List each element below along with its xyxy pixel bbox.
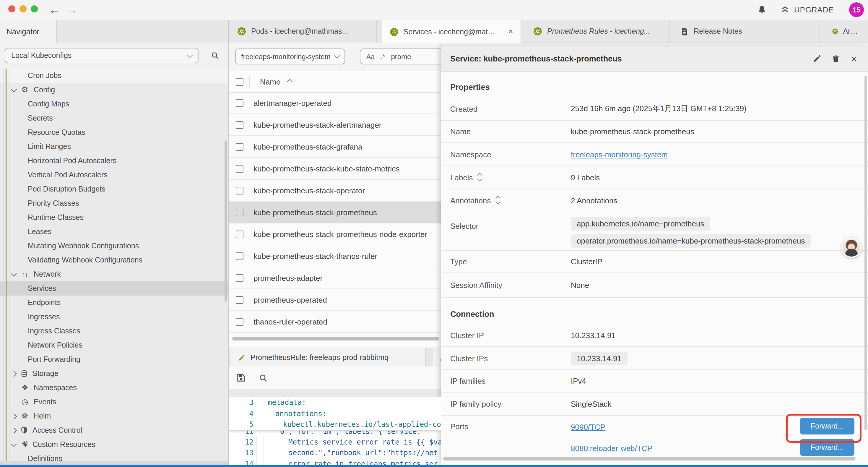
sidebar-item-vertical-pod-autoscalers[interactable]: Vertical Pod Autoscalers — [0, 168, 228, 182]
sidebar-item-services[interactable]: Services — [0, 282, 228, 296]
table-row[interactable]: alertmanager-operated — [229, 92, 441, 114]
table-row[interactable]: kube-prometheus-stack-thanos-ruler — [229, 245, 441, 267]
table-row[interactable]: kube-prometheus-stack-kube-state-metrics — [229, 158, 441, 180]
highlight-annotation-box — [786, 414, 862, 443]
cluster-ip-chip[interactable]: 10.233.14.91 — [571, 351, 627, 365]
user-avatar[interactable] — [841, 238, 862, 258]
tree-indent-guide — [5, 68, 6, 461]
traffic-light-close[interactable] — [8, 5, 16, 12]
port-link-9090[interactable]: 9090/TCP — [571, 422, 606, 431]
row-checkbox[interactable] — [236, 143, 243, 150]
sidebar-item-mutating-webhook-configurations[interactable]: Mutating Webhook Configurations — [0, 239, 228, 253]
sidebar-group-custom-resources[interactable]: Custom Resources — [0, 437, 228, 451]
delete-trash-icon[interactable] — [832, 54, 840, 63]
table-row[interactable]: thanos-ruler-operated — [229, 311, 441, 333]
sidebar-item-endpoints[interactable]: Endpoints — [0, 296, 228, 310]
row-checkbox[interactable] — [236, 252, 243, 260]
table-row[interactable]: kube-prometheus-stack-prometheus-node-ex… — [229, 224, 441, 245]
regex-toggle[interactable]: .* — [380, 53, 385, 60]
table-horizontal-scrollbar[interactable] — [232, 337, 439, 341]
sidebar-item-ingress-classes[interactable]: Ingress Classes — [0, 324, 228, 338]
table-row[interactable]: kube-prometheus-stack-grafana — [229, 136, 441, 158]
sidebar-hscrollbar-track[interactable] — [0, 461, 228, 465]
sidebar-group-network[interactable]: ↑↓Network — [0, 267, 228, 282]
forward-icon[interactable]: → — [65, 2, 79, 18]
tab-prometheus-rules[interactable]: Prometheus Rules - icecheng... — [526, 20, 670, 42]
sidebar-scrollbar[interactable] — [224, 141, 227, 301]
sidebar-item-secrets[interactable]: Secrets — [0, 111, 228, 125]
edit-pencil-icon[interactable] — [813, 54, 822, 63]
table-row-selected[interactable]: kube-prometheus-stack-prometheus — [229, 202, 441, 224]
tab-argo[interactable]: Argo Se — [825, 20, 868, 42]
sidebar-item-config-maps[interactable]: Config Maps — [0, 97, 228, 111]
close-drawer-icon[interactable]: ✕ — [850, 54, 857, 63]
row-checkbox[interactable] — [236, 99, 243, 107]
navigator-panel-tab[interactable]: Navigator — [0, 20, 57, 43]
row-checkbox[interactable] — [236, 186, 243, 194]
row-checkbox[interactable] — [236, 208, 243, 216]
row-checkbox[interactable] — [236, 274, 243, 282]
sidebar-item-pod-disruption-budgets[interactable]: Pod Disruption Budgets — [0, 182, 228, 196]
tab-services[interactable]: Services - icecheng@math... ✕ — [382, 20, 521, 43]
selector-chip[interactable]: app.kubernetes.io/name=prometheus — [571, 217, 710, 231]
traffic-light-zoom[interactable] — [31, 5, 38, 12]
close-tab-icon[interactable]: ✕ — [502, 28, 514, 35]
sidebar-item-network-policies[interactable]: Network Policies — [0, 338, 228, 352]
dock-tab-partial[interactable] — [433, 348, 441, 367]
column-header-name[interactable]: Name — [260, 77, 280, 86]
selector-chip[interactable]: operator.prometheus.io/name=kube-prometh… — [571, 234, 811, 248]
table-row[interactable]: kube-prometheus-stack-alertmanager — [229, 114, 441, 136]
back-icon[interactable]: ← — [47, 2, 61, 18]
dock-tab-prometheusrule[interactable]: PrometheusRule: freeleaps-prod-rabbitmq — [230, 348, 426, 367]
sidebar-item-port-forwarding[interactable]: Port Forwarding — [0, 352, 228, 367]
tab-release-notes[interactable]: Release Notes — [673, 20, 820, 42]
port-link-8080[interactable]: 8080:reloader-web/TCP — [571, 444, 652, 453]
expand-toggle-icon[interactable] — [496, 197, 499, 204]
row-checkbox[interactable] — [236, 165, 243, 172]
table-row[interactable]: prometheus-operated — [229, 289, 441, 311]
row-checkbox[interactable] — [236, 318, 243, 325]
editor-search-button[interactable] — [258, 373, 268, 383]
sidebar-group-access-control[interactable]: Access Control — [0, 423, 228, 437]
sidebar-item-horizontal-pod-autoscalers[interactable]: Horizontal Pod Autoscalers — [0, 154, 228, 168]
floppy-save-icon — [236, 372, 246, 383]
select-all-checkbox[interactable] — [236, 78, 243, 85]
sidebar-item-resource-quotas[interactable]: Resource Quotas — [0, 125, 228, 140]
sidebar-item-cron-jobs[interactable]: Cron Jobs — [0, 68, 228, 83]
sidebar-item-ingresses[interactable]: Ingresses — [0, 310, 228, 324]
sidebar-item-runtime-classes[interactable]: Runtime Classes — [0, 210, 228, 225]
sidebar-item-limit-ranges[interactable]: Limit Ranges — [0, 140, 228, 154]
notification-count-badge[interactable]: 15 — [849, 2, 864, 17]
save-button[interactable] — [236, 372, 246, 383]
sidebar-group-helm[interactable]: ☸Helm — [0, 409, 228, 423]
drawer-horizontal-scrollbar[interactable] — [443, 457, 856, 461]
sidebar-item-namespaces[interactable]: ❖Namespaces — [0, 381, 228, 395]
table-row[interactable]: prometheus-adapter — [229, 267, 441, 289]
sidebar-group-storage[interactable]: Storage — [0, 367, 228, 381]
sidebar-search-button[interactable] — [206, 46, 224, 65]
sidebar-item-leases[interactable]: Leases — [0, 225, 228, 239]
row-checkbox[interactable] — [236, 121, 243, 128]
sidebar-item-validating-webhook-configurations[interactable]: Validating Webhook Configurations — [0, 253, 228, 267]
sidebar-group-config[interactable]: ⚙Config — [0, 83, 228, 97]
upgrade-button[interactable]: UPGRADE — [780, 5, 834, 15]
row-checkbox[interactable] — [236, 230, 243, 238]
table-search-input[interactable]: Aa .* prome — [360, 49, 441, 64]
kubeconfig-select[interactable]: Local Kubeconfigs — [5, 48, 198, 63]
namespace-link[interactable]: freeleaps-monitoring-system — [571, 150, 668, 159]
detail-row-namespace: Namespace freeleaps-monitoring-system — [441, 143, 868, 166]
yaml-editor[interactable]: 3metadata: 4annotations: 5kubectl.kubern… — [229, 397, 441, 465]
notifications-bell-icon[interactable] — [757, 5, 767, 15]
sidebar-item-priority-classes[interactable]: Priority Classes — [0, 196, 228, 210]
traffic-light-minimize[interactable] — [20, 5, 27, 12]
runbook-url-link[interactable]: https://net — [391, 449, 438, 457]
drawer-vertical-scrollbar[interactable] — [864, 76, 867, 430]
namespace-select[interactable]: freeleaps-monitoring-system — [235, 49, 345, 64]
sidebar-item-events[interactable]: ◷Events — [0, 395, 228, 409]
match-case-toggle[interactable]: Aa — [366, 53, 375, 60]
expand-toggle-icon[interactable] — [478, 174, 482, 181]
kubernetes-icon — [390, 27, 399, 36]
table-row[interactable]: kube-prometheus-stack-operator — [229, 180, 441, 202]
tab-pods[interactable]: Pods - icecheng@mathmas... — [230, 20, 377, 42]
row-checkbox[interactable] — [236, 296, 243, 303]
